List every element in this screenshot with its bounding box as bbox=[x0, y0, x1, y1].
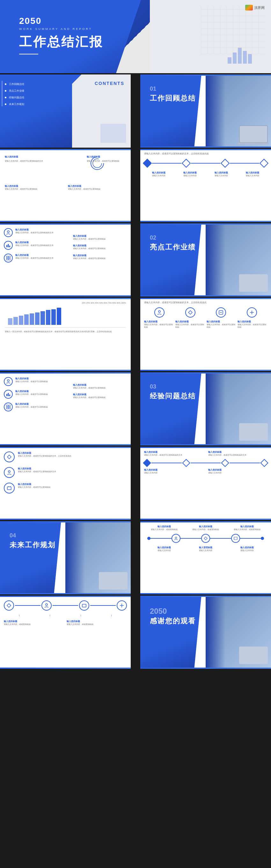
icon-7-1 bbox=[4, 452, 15, 462]
label-3a-1: 输入您的标题 bbox=[5, 155, 59, 158]
svg-rect-16 bbox=[6, 394, 7, 396]
icon-group-2 bbox=[185, 307, 195, 317]
svg-rect-9 bbox=[9, 258, 10, 260]
icon-9-4 bbox=[117, 600, 127, 611]
svg-rect-8 bbox=[6, 258, 8, 260]
svg-rect-6 bbox=[6, 256, 8, 258]
svg-rect-18 bbox=[9, 395, 10, 396]
svg-point-23 bbox=[8, 471, 10, 472]
people-icon bbox=[4, 228, 13, 237]
label-3a-4: 输入您的标题 bbox=[68, 185, 126, 188]
diamond-7-4 bbox=[260, 459, 268, 467]
slide-content-8b: 输入您的标题 请输入文本内容，或者复制粘贴 输入您的标题 请输入文本内容，或者复… bbox=[140, 521, 271, 594]
svg-rect-21 bbox=[6, 407, 8, 409]
svg-rect-5 bbox=[9, 246, 10, 247]
cover-year: 2050 bbox=[19, 16, 103, 26]
people-icon-2 bbox=[4, 377, 13, 386]
decorative-bars bbox=[228, 48, 252, 64]
svg-point-2 bbox=[7, 231, 9, 232]
row-8: 04 未来工作规划 输入您的标题 请输入文本内容，或者复制粘贴 输入您的标题 请… bbox=[0, 521, 271, 594]
section-02-title: 亮点工作业绩 bbox=[150, 243, 196, 252]
slide-content-7a: 输入您的标题 请输入文本内容，或者您可以复制粘贴的文本，之后轻松批改此 输入您的… bbox=[0, 447, 131, 520]
svg-point-10 bbox=[159, 311, 160, 312]
icon-9-1 bbox=[4, 600, 14, 611]
diamond-4 bbox=[260, 159, 268, 168]
slide-content-5b: 请输入文本内容，或者您可以复制粘贴的文本，之后轻松批改此 输 bbox=[140, 298, 271, 371]
svg-rect-17 bbox=[8, 393, 9, 396]
slide-content-4a: 输入您的标题 请输入文本内容，或者您可以复制粘贴的文本 输入您的标题 请输入文本… bbox=[0, 223, 131, 297]
svg-rect-24 bbox=[7, 487, 11, 490]
row-4: 输入您的标题 请输入文本内容，或者您可以复制粘贴的文本 输入您的标题 请输入文本… bbox=[0, 223, 271, 297]
icon-group-4 bbox=[247, 307, 257, 317]
svg-rect-30 bbox=[82, 604, 86, 607]
contents-item-2: 亮点工作业绩 bbox=[9, 89, 24, 93]
slide-contents: CONTENTS 工作回顾总结 亮点工作业绩 经验问题总结 未来工作规划 bbox=[0, 74, 131, 148]
slide-cover: 2050 WORK SUMMARY AND REPORT 工作总结汇报 演界网 bbox=[0, 0, 271, 73]
slide-ending: 2050 感谢您的观看 bbox=[140, 596, 271, 669]
row-2: CONTENTS 工作回顾总结 亮点工作业绩 经验问题总结 未来工作规划 bbox=[0, 74, 271, 148]
svg-rect-3 bbox=[6, 245, 7, 247]
svg-rect-20 bbox=[9, 405, 10, 407]
icon-7-2 bbox=[4, 467, 15, 478]
diamond-7-1 bbox=[143, 459, 151, 467]
slide-content-3a: 输入您的标题 请输入文本内容，或者您可以复制粘贴的文本 输入您的标题 请输入文本… bbox=[0, 149, 131, 222]
bar-chart bbox=[5, 306, 126, 325]
timeline-icon-3 bbox=[231, 534, 240, 543]
slide-chart: 20% 25% 30% 40% 50% 60% 70% 80% 90% 100%… bbox=[0, 298, 131, 371]
grid-icon bbox=[4, 254, 13, 262]
svg-rect-19 bbox=[6, 405, 8, 407]
svg-point-29 bbox=[46, 603, 48, 606]
icon-9-2 bbox=[42, 600, 52, 611]
svg-point-15 bbox=[7, 380, 9, 381]
svg-rect-22 bbox=[9, 407, 10, 409]
diamond-7-2 bbox=[182, 459, 190, 467]
section-04-title: 未来工作规划 bbox=[9, 540, 55, 550]
icon-group-1 bbox=[154, 307, 164, 317]
timeline-dot-2 bbox=[261, 537, 264, 540]
ending-year: 2050 bbox=[150, 607, 167, 616]
diamond-2 bbox=[182, 159, 191, 168]
chart-icon-2 bbox=[4, 390, 13, 399]
slide-content-9a: ↑ ↑ ↑ ↑ 输入您的标题 请输入文本内容，或者复制粘贴 输入您的标题 请输入… bbox=[0, 596, 131, 669]
section-01-number: 01 bbox=[150, 86, 156, 92]
icon-group-3 bbox=[216, 307, 226, 317]
cover-title: 工作总结汇报 bbox=[19, 33, 103, 51]
ending-title: 感谢您的观看 bbox=[150, 616, 196, 626]
icon-7-3 bbox=[4, 483, 15, 494]
slide-section-01: 01 工作回顾总结 bbox=[140, 74, 271, 148]
contents-item-3: 经验问题总结 bbox=[9, 96, 24, 99]
section-03-title: 经验问题总结 bbox=[150, 391, 196, 401]
timeline-icon-2 bbox=[201, 534, 210, 543]
svg-rect-28 bbox=[234, 537, 237, 540]
label-3a-3: 输入您的标题 bbox=[5, 185, 63, 188]
diamond-1 bbox=[143, 159, 152, 168]
slide-section-02: 02 亮点工作业绩 bbox=[140, 223, 271, 297]
row-3: 输入您的标题 请输入文本内容，或者您可以复制粘贴的文本 输入您的标题 请输入文本… bbox=[0, 149, 271, 222]
contents-item-4: 未来工作规划 bbox=[9, 102, 24, 106]
row-7: 输入您的标题 请输入文本内容，或者您可以复制粘贴的文本，之后轻松批改此 输入您的… bbox=[0, 447, 271, 520]
diamond-3 bbox=[221, 159, 229, 168]
section-03-number: 03 bbox=[150, 383, 156, 390]
contents-label: CONTENTS bbox=[95, 81, 124, 86]
icon-9-3 bbox=[79, 600, 89, 611]
section-02-number: 02 bbox=[150, 235, 156, 241]
timeline-dot-1 bbox=[147, 537, 151, 540]
slide-content-7b: 输入您的标题 请输入文本内容，或者您可以复制粘贴的文本 输入您的标题 请输入文本… bbox=[140, 447, 271, 520]
row-5: 20% 25% 30% 40% 50% 60% 70% 80% 90% 100%… bbox=[0, 298, 271, 371]
row-9: ↑ ↑ ↑ ↑ 输入您的标题 请输入文本内容，或者复制粘贴 输入您的标题 请输入… bbox=[0, 596, 271, 669]
timeline-icon-1 bbox=[171, 534, 181, 543]
section-04-number: 04 bbox=[9, 532, 16, 539]
contents-item-1: 工作回顾总结 bbox=[9, 83, 24, 86]
logo-icon bbox=[245, 5, 253, 10]
cover-subtitle: WORK SUMMARY AND REPORT bbox=[19, 27, 103, 31]
grid-icon-2 bbox=[4, 403, 13, 411]
svg-rect-4 bbox=[8, 244, 9, 247]
row-6: 输入您的标题 请输入文本内容，或者您可以复制粘贴 输入您的标题 请输入文本内容，… bbox=[0, 372, 271, 445]
slide-section-04: 04 未来工作规划 bbox=[0, 521, 131, 594]
logo-text: 演界网 bbox=[254, 5, 265, 10]
label-3a-2: 输入您的标题 bbox=[87, 155, 126, 158]
slide-content-3b: 请输入文本内容，或者您可以复制粘贴的文本，之后轻松批改此处 bbox=[140, 149, 271, 222]
slide-content-6a: 输入您的标题 请输入文本内容，或者您可以复制粘贴 输入您的标题 请输入文本内容，… bbox=[0, 372, 131, 445]
diamond-7-3 bbox=[221, 459, 229, 467]
svg-rect-7 bbox=[9, 256, 10, 258]
